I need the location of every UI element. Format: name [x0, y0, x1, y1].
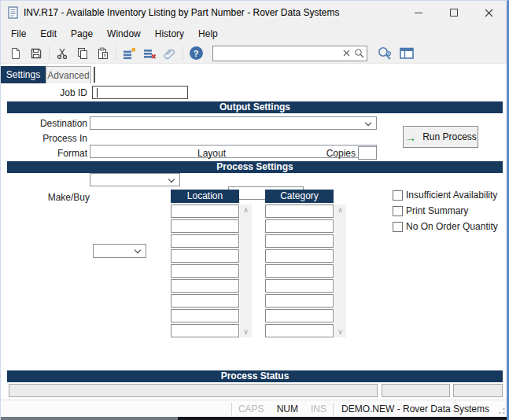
new-document-button[interactable] [6, 45, 26, 62]
desktop-edge [1, 417, 507, 420]
location-row-input[interactable] [171, 324, 239, 337]
checkbox-row[interactable]: No On Order Quantity [393, 221, 498, 232]
destination-label: Destination [1, 118, 87, 129]
main-content: Settings Advanced Job ID Output Settings… [1, 64, 507, 400]
menu-bar: FileEditPageWindowHistoryHelp [1, 24, 507, 43]
checkbox-row[interactable]: Print Summary [393, 205, 498, 216]
cut-scissors-icon [56, 47, 68, 60]
job-id-input[interactable] [92, 86, 188, 99]
make-buy-select[interactable] [93, 244, 146, 258]
caps-lock-indicator: CAPS [232, 403, 271, 414]
menu-item[interactable]: Page [64, 26, 100, 42]
run-arrow-icon: → [404, 131, 416, 143]
location-row-input[interactable] [171, 294, 239, 308]
tab-settings[interactable]: Settings [1, 66, 46, 83]
location-row-input[interactable] [171, 219, 239, 233]
checkbox[interactable] [393, 206, 403, 216]
close-button[interactable] [471, 1, 507, 24]
menu-item[interactable]: Window [100, 26, 148, 42]
search-icon[interactable] [354, 48, 364, 58]
checkbox-row[interactable]: Insufficient Availability [393, 190, 498, 201]
scroll-up-icon[interactable]: ∧ [337, 206, 343, 214]
chevron-down-icon [365, 120, 371, 126]
checkbox[interactable] [393, 222, 403, 232]
checkbox[interactable] [393, 190, 403, 201]
checkbox-label: Insufficient Availability [406, 190, 497, 201]
tab-strip-edge [94, 67, 95, 83]
location-scrollbar[interactable]: ∧ ∨ [240, 204, 252, 337]
location-row-input[interactable] [171, 234, 239, 248]
format-select[interactable] [90, 173, 180, 186]
layout-label: Layout [182, 148, 226, 159]
menu-item[interactable]: Help [191, 26, 225, 42]
table-view-button[interactable] [396, 45, 418, 62]
checkbox-label: Print Summary [406, 205, 468, 216]
category-scrollbar[interactable]: ∧ ∨ [334, 204, 346, 337]
category-row-input[interactable] [265, 234, 334, 248]
maximize-button[interactable] [436, 1, 471, 24]
toolbar-separator [49, 46, 50, 61]
location-row-input[interactable] [171, 249, 239, 263]
category-column-header: Category [265, 190, 334, 203]
insert-row-button[interactable] [119, 45, 139, 62]
clear-search-icon[interactable] [343, 50, 350, 57]
destination-select[interactable] [90, 116, 377, 130]
category-row-input[interactable] [265, 279, 334, 293]
menu-item[interactable]: File [4, 26, 33, 42]
tab-advanced[interactable]: Advanced [46, 66, 91, 83]
category-row-input[interactable] [265, 324, 334, 337]
checkbox-label: No On Order Quantity [406, 221, 498, 232]
save-button[interactable] [26, 45, 46, 62]
category-row-input[interactable] [265, 264, 334, 278]
minimize-button[interactable] [400, 1, 436, 24]
scroll-down-icon[interactable]: ∨ [243, 328, 249, 336]
text-caret [97, 88, 98, 98]
paste-button[interactable] [93, 45, 113, 62]
location-row-input[interactable] [171, 264, 239, 278]
location-row-input[interactable] [171, 309, 239, 322]
location-row-input[interactable] [171, 279, 239, 293]
scroll-down-icon[interactable]: ∨ [337, 328, 343, 336]
chevron-down-icon [168, 176, 175, 182]
process-status-field [382, 384, 450, 397]
process-status-message-field [9, 384, 378, 397]
category-row-input[interactable] [265, 309, 334, 322]
run-process-button[interactable]: → Run Process [403, 126, 478, 148]
status-bar: CAPS NUM INS DEMO.NEW - Rover Data Syste… [1, 400, 507, 417]
delete-row-button[interactable] [139, 45, 160, 62]
category-row-input[interactable] [265, 204, 334, 218]
scroll-up-icon[interactable]: ∧ [243, 206, 249, 214]
resize-grip[interactable] [497, 400, 507, 417]
output-settings-header: Output Settings [7, 101, 503, 113]
category-row-input[interactable] [265, 249, 334, 263]
cut-button[interactable] [52, 45, 72, 62]
job-id-label: Job ID [1, 87, 87, 98]
new-document-icon [9, 47, 22, 60]
attachment-button[interactable] [160, 45, 180, 62]
maximize-icon [450, 9, 458, 17]
help-icon: ? [190, 46, 203, 60]
menu-item[interactable]: History [148, 26, 191, 42]
chevron-down-icon [135, 247, 141, 253]
insert-mode-indicator: INS [304, 403, 333, 414]
window-title: INV.R17 - Available Inventory Listing by… [24, 7, 340, 18]
toolbar: ? [1, 43, 507, 64]
process-settings-header: Process Settings [7, 161, 503, 173]
preview-search-button[interactable] [374, 45, 396, 62]
process-in-label: Process In [1, 133, 87, 144]
insert-row-icon [123, 47, 136, 60]
help-button[interactable]: ? [186, 45, 206, 62]
copies-input[interactable] [358, 146, 377, 160]
category-row-input[interactable] [265, 294, 334, 308]
title-bar: INV.R17 - Available Inventory Listing by… [1, 1, 507, 24]
num-lock-indicator: NUM [271, 403, 304, 414]
location-row-input[interactable] [171, 204, 239, 218]
delete-row-icon [143, 47, 157, 60]
paperclip-icon [164, 47, 176, 60]
copy-button[interactable] [72, 45, 93, 62]
menu-item[interactable]: Edit [33, 26, 64, 42]
category-row-input[interactable] [265, 219, 334, 233]
location-column-header: Location [171, 190, 239, 203]
table-view-icon [400, 47, 415, 60]
process-status-header: Process Status [7, 370, 503, 382]
